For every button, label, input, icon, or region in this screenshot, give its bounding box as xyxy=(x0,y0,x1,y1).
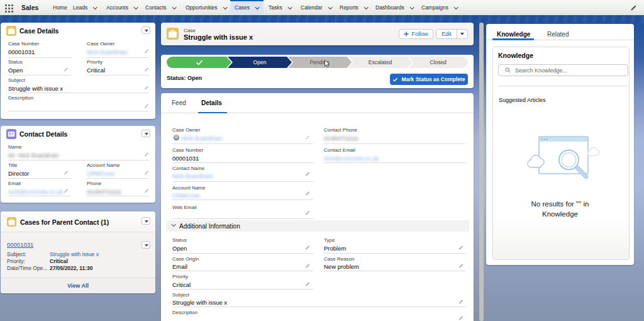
svg-text:Escalated: Escalated xyxy=(369,59,392,65)
svg-text:Closed: Closed xyxy=(430,59,447,65)
svg-text:Open: Open xyxy=(253,59,267,65)
